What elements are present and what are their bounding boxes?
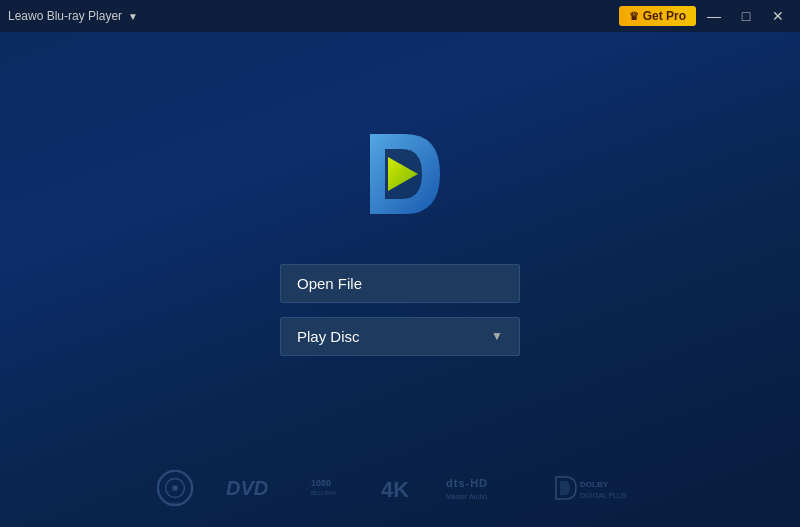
title-bar-left: Leawo Blu-ray Player ▼: [8, 9, 138, 23]
get-pro-label: Get Pro: [643, 9, 686, 23]
svg-text:dts-HD: dts-HD: [446, 477, 488, 489]
title-bar-controls: ♛ Get Pro — □ ✕: [619, 2, 792, 30]
dolby-digital-plus-logo: DOLBY DIGITAL PLUS: [554, 473, 644, 503]
play-disc-label: Play Disc: [297, 328, 360, 345]
main-content: Open File Play Disc ▼: [0, 32, 800, 527]
maximize-button[interactable]: □: [732, 2, 760, 30]
app-logo: [350, 124, 450, 224]
minimize-button[interactable]: —: [700, 2, 728, 30]
svg-text:BD: BD: [172, 502, 178, 506]
app-title: Leawo Blu-ray Player: [8, 9, 122, 23]
play-disc-button[interactable]: Play Disc ▼: [280, 317, 520, 356]
bottom-logos: BD DVD 1080 BLU-RAY 4K dts-HD Master Aud…: [0, 469, 800, 507]
dvd-logo: DVD: [224, 473, 279, 503]
svg-text:1080: 1080: [311, 478, 331, 488]
svg-text:DIGITAL PLUS: DIGITAL PLUS: [580, 492, 627, 499]
open-file-button[interactable]: Open File: [280, 264, 520, 303]
dts-hd-logo: dts-HD Master Audio: [444, 473, 524, 503]
title-bar: Leawo Blu-ray Player ▼ ♛ Get Pro — □ ✕: [0, 0, 800, 32]
4k-logo: 4K: [379, 473, 414, 503]
svg-text:BLU-RAY: BLU-RAY: [311, 490, 337, 496]
play-disc-arrow-icon: ▼: [491, 329, 503, 343]
title-dropdown-icon[interactable]: ▼: [128, 11, 138, 22]
get-pro-button[interactable]: ♛ Get Pro: [619, 6, 696, 26]
crown-icon: ♛: [629, 10, 639, 23]
1080p-logo: 1080 BLU-RAY: [309, 473, 349, 503]
button-group: Open File Play Disc ▼: [280, 264, 520, 356]
svg-text:Master Audio: Master Audio: [446, 493, 487, 500]
svg-point-3: [172, 485, 178, 491]
bluray-logo: BD: [156, 469, 194, 507]
svg-text:DVD: DVD: [226, 477, 268, 499]
svg-text:DOLBY: DOLBY: [580, 480, 609, 489]
svg-text:4K: 4K: [381, 477, 409, 502]
close-button[interactable]: ✕: [764, 2, 792, 30]
